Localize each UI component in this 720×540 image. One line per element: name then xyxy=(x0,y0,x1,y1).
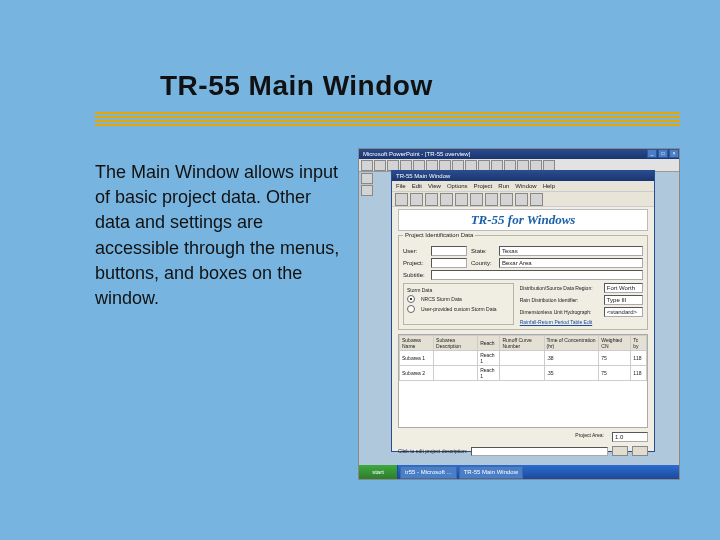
custom-radio[interactable] xyxy=(407,305,415,313)
county-field[interactable]: Bexar Area xyxy=(499,258,643,268)
table-row[interactable]: Subarea 1 Reach 1 .38 75 118 xyxy=(400,351,647,366)
menu-window[interactable]: Window xyxy=(515,183,536,189)
rainfall-table-link[interactable]: Rainfall-Return Period Table Edit xyxy=(520,319,643,325)
toolbar-button[interactable] xyxy=(387,160,399,171)
table-row[interactable]: Subarea 2 Reach 1 .35 75 118 xyxy=(400,366,647,381)
toolbar-button[interactable] xyxy=(478,160,490,171)
taskbar-item[interactable]: TR-55 Main Window xyxy=(459,466,523,479)
new-icon[interactable] xyxy=(395,193,408,206)
subarea-table: Subarea Name Subarea Description Reach R… xyxy=(398,334,648,428)
menu-run[interactable]: Run xyxy=(498,183,509,189)
thumbnail[interactable] xyxy=(361,173,373,184)
menu-edit[interactable]: Edit xyxy=(412,183,422,189)
minimize-icon[interactable]: _ xyxy=(647,149,657,158)
cut-icon[interactable] xyxy=(455,193,468,206)
cell[interactable]: 75 xyxy=(599,366,631,381)
cell[interactable]: 75 xyxy=(599,351,631,366)
group-label: Project Identification Data xyxy=(403,232,475,238)
toolbar-button[interactable] xyxy=(413,160,425,171)
browse-button[interactable] xyxy=(632,446,648,456)
col-name[interactable]: Subarea Name xyxy=(400,336,434,351)
slide-thumbnails xyxy=(361,173,387,197)
subwin-titlebar: TR-55 Main Window xyxy=(392,171,654,181)
cell[interactable]: 118 xyxy=(631,366,647,381)
state-label: State: xyxy=(471,248,495,254)
project-field[interactable] xyxy=(431,258,467,268)
cell[interactable]: Subarea 1 xyxy=(400,351,434,366)
help-icon[interactable] xyxy=(530,193,543,206)
start-button[interactable]: start xyxy=(359,465,398,479)
save-icon[interactable] xyxy=(425,193,438,206)
project-area-field[interactable]: 1.0 xyxy=(612,432,648,442)
copy-icon[interactable] xyxy=(470,193,483,206)
toolbar-button[interactable] xyxy=(439,160,451,171)
menu-view[interactable]: View xyxy=(428,183,441,189)
custom-label: User-provided custom Storm Data xyxy=(421,306,497,312)
open-icon[interactable] xyxy=(410,193,423,206)
toolbar-button[interactable] xyxy=(491,160,503,171)
cell[interactable] xyxy=(434,351,478,366)
menu-file[interactable]: File xyxy=(396,183,406,189)
toolbar-button[interactable] xyxy=(530,160,542,171)
project-id-group: Project Identification Data User: State:… xyxy=(398,235,648,330)
county-label: County: xyxy=(471,260,495,266)
cell[interactable]: .35 xyxy=(544,366,599,381)
menu-options[interactable]: Options xyxy=(447,183,468,189)
col-tcby[interactable]: Tc by xyxy=(631,336,647,351)
windows-taskbar: start tr55 - Microsoft ... TR-55 Main Wi… xyxy=(359,465,679,479)
browse-button[interactable] xyxy=(612,446,628,456)
menu-help[interactable]: Help xyxy=(543,183,555,189)
state-field[interactable]: Texas xyxy=(499,246,643,256)
print-icon[interactable] xyxy=(440,193,453,206)
toolbar-button[interactable] xyxy=(517,160,529,171)
project-desc-field[interactable] xyxy=(471,447,608,456)
cell[interactable]: Reach 1 xyxy=(478,351,500,366)
col-desc[interactable]: Subarea Description xyxy=(434,336,478,351)
user-label: User: xyxy=(403,248,427,254)
menu-project[interactable]: Project xyxy=(474,183,493,189)
window-controls: _ □ × xyxy=(647,149,679,159)
app-banner: TR-55 for Windows xyxy=(398,209,648,231)
col-reach[interactable]: Reach xyxy=(478,336,500,351)
cell[interactable] xyxy=(500,351,544,366)
storm-data-group: Storm Data NRCS Storm Data User-provided… xyxy=(403,283,514,325)
cell[interactable]: 118 xyxy=(631,351,647,366)
toolbar-button[interactable] xyxy=(465,160,477,171)
tr55-main-window: TR-55 Main Window File Edit View Options… xyxy=(391,170,655,452)
toolbar-button[interactable] xyxy=(426,160,438,171)
rain-dist-field[interactable]: Type III xyxy=(604,295,643,305)
col-tc[interactable]: Time of Concentration (hr) xyxy=(544,336,599,351)
cell[interactable] xyxy=(434,366,478,381)
cell[interactable]: .38 xyxy=(544,351,599,366)
toolbar-button[interactable] xyxy=(452,160,464,171)
data-source-label: Distribution/Source Data Region: xyxy=(520,285,600,291)
cell[interactable]: Subarea 2 xyxy=(400,366,434,381)
toolbar-button[interactable] xyxy=(400,160,412,171)
storm-group-label: Storm Data xyxy=(407,287,510,293)
nrcs-label: NRCS Storm Data xyxy=(421,296,462,302)
cell[interactable]: Reach 1 xyxy=(478,366,500,381)
col-rcn[interactable]: Runoff Curve Number xyxy=(500,336,544,351)
taskbar-item[interactable]: tr55 - Microsoft ... xyxy=(400,466,457,479)
data-source-field[interactable]: Fort Worth xyxy=(604,283,643,293)
paste-icon[interactable] xyxy=(485,193,498,206)
thumbnail[interactable] xyxy=(361,185,373,196)
toolbar-button[interactable] xyxy=(374,160,386,171)
project-area-label: Project Area: xyxy=(575,432,604,442)
close-icon[interactable]: × xyxy=(669,149,679,158)
toolbar-button[interactable] xyxy=(361,160,373,171)
user-field[interactable] xyxy=(431,246,467,256)
toolbar-button[interactable] xyxy=(543,160,555,171)
chart-icon[interactable] xyxy=(515,193,528,206)
maximize-icon[interactable]: □ xyxy=(658,149,668,158)
menu-bar: File Edit View Options Project Run Windo… xyxy=(392,181,654,192)
cell[interactable] xyxy=(500,366,544,381)
col-wcn[interactable]: Weighted CN xyxy=(599,336,631,351)
nrcs-radio[interactable] xyxy=(407,295,415,303)
project-label: Project: xyxy=(403,260,427,266)
toolbar-button[interactable] xyxy=(504,160,516,171)
dim-field[interactable]: <standard> xyxy=(604,307,643,317)
project-desc-label: Click to edit project description: xyxy=(398,448,467,454)
run-icon[interactable] xyxy=(500,193,513,206)
subtitle-field[interactable] xyxy=(431,270,643,280)
